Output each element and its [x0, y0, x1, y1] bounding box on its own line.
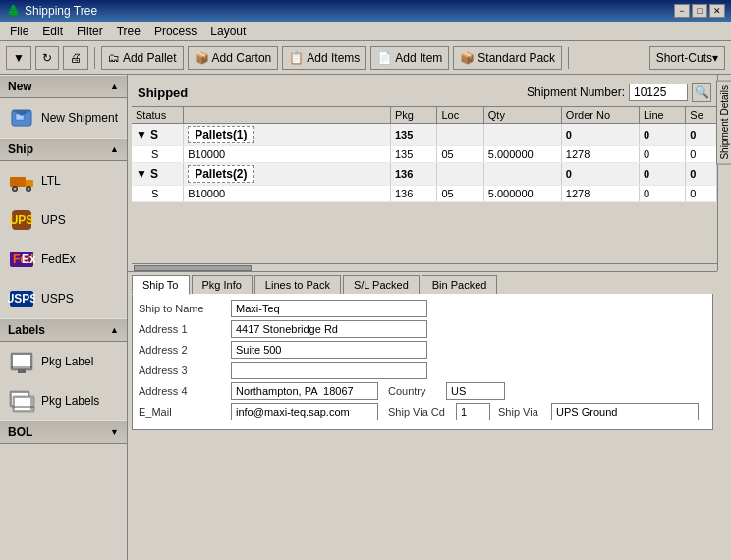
cell-line: 0 [639, 186, 685, 202]
pallet-label: Pallets(2) [188, 165, 253, 183]
address1-input[interactable] [231, 320, 427, 338]
tabs-row: Ship To Pkg Info Lines to Pack S/L Packe… [128, 271, 717, 294]
sidebar-section-new-chevron: ▲ [110, 82, 119, 91]
cell-line: 0 [639, 124, 685, 146]
menu-filter[interactable]: Filter [71, 23, 109, 40]
add-pallet-button[interactable]: 🗂 Add Pallet [101, 46, 184, 70]
add-item-label: Add Item [395, 51, 442, 65]
shipment-search-button[interactable]: 🔍 [692, 83, 711, 102]
horizontal-scrollbar[interactable] [132, 263, 717, 271]
ship-via-input[interactable] [551, 403, 699, 420]
carton-icon: 📦 [195, 51, 209, 65]
sidebar-section-bol[interactable]: BOL ▼ [0, 420, 127, 444]
shipment-header: Shipped Shipment Number: 🔍 [132, 79, 717, 107]
sidebar-section-new[interactable]: New ▲ [0, 75, 127, 98]
print-button[interactable]: 🖨 [63, 46, 88, 70]
fedex-icon: Fed Ex [8, 246, 35, 273]
cell-pkg-label: Pallets(1) [184, 124, 391, 146]
address2-input[interactable] [231, 341, 427, 359]
shipment-table: Status Pkg Loc Qty Order No Line Se [132, 107, 717, 202]
cell-pkg-num: 136 [390, 186, 436, 202]
sidebar-item-pkg-label[interactable]: Pkg Label [0, 342, 127, 381]
side-detail-tab[interactable]: Shipment Details [716, 81, 731, 165]
col-status: Status [132, 107, 184, 124]
menu-edit[interactable]: Edit [36, 23, 69, 40]
sidebar-section-labels[interactable]: Labels ▲ [0, 318, 127, 342]
add-item-button[interactable]: 📄 Add Item [370, 46, 449, 70]
col-loc: Loc [437, 107, 483, 124]
sidebar-item-fedex[interactable]: Fed Ex FedEx [0, 240, 127, 279]
cell-pkg-label: B10000 [184, 146, 391, 163]
address4-label: Address 4 [139, 385, 227, 397]
menu-process[interactable]: Process [148, 23, 202, 40]
sidebar-item-pkg-labels[interactable]: Pkg Labels [0, 381, 127, 420]
cell-status: S [132, 186, 184, 202]
sidebar-item-ups[interactable]: UPS UPS [0, 200, 127, 240]
tab-bin-packed[interactable]: Bin Packed [422, 275, 498, 294]
cell-se: 0 [686, 163, 717, 186]
ltl-label: LTL [41, 174, 61, 188]
refresh-button[interactable]: ↻ [35, 46, 59, 70]
tab-pkg-info[interactable]: Pkg Info [192, 275, 253, 294]
shortcut-button[interactable]: Short-Cuts▾ [649, 46, 725, 70]
sidebar-item-usps[interactable]: USPS USPS [0, 279, 127, 318]
email-label: E_Mail [139, 406, 227, 418]
cell-status: ▼ S [132, 163, 184, 186]
menu-file[interactable]: File [4, 23, 34, 40]
menu-tree[interactable]: Tree [111, 23, 146, 40]
close-button[interactable]: ✕ [709, 4, 725, 18]
shipment-number-input[interactable] [629, 84, 688, 101]
cell-qty: 5.000000 [483, 186, 561, 202]
new-shipment-label: New Shipment [41, 111, 118, 125]
sidebar-item-ltl[interactable]: LTL [0, 161, 127, 200]
tab-ship-to[interactable]: Ship To [132, 275, 190, 295]
toolbar: ▼ ↻ 🖨 🗂 Add Pallet 📦 Add Carton 📋 Add It… [0, 41, 731, 75]
sidebar-item-new-shipment[interactable]: New Shipment [0, 98, 127, 138]
add-pallet-label: Add Pallet [123, 51, 177, 65]
standard-pack-button[interactable]: 📦 Standard Pack [453, 46, 562, 70]
table-row[interactable]: S B10000 136 05 5.000000 1278 0 0 [132, 186, 717, 202]
cell-order-no: 1278 [561, 146, 639, 163]
form-row-ship-to-name: Ship to Name [139, 300, 706, 317]
sidebar-section-labels-label: Labels [8, 323, 45, 337]
ups-label: UPS [41, 213, 66, 227]
filter-button[interactable]: ▼ [6, 46, 31, 70]
cell-se: 0 [686, 186, 717, 202]
address3-input[interactable] [231, 362, 427, 379]
table-row[interactable]: S B10000 135 05 5.000000 1278 0 0 [132, 146, 717, 163]
col-pkg: Pkg [390, 107, 436, 124]
cell-order-no: 0 [561, 163, 639, 186]
cell-pkg-label: B10000 [184, 186, 391, 202]
sidebar-section-ship-label: Ship [8, 142, 33, 156]
add-carton-label: Add Carton [212, 51, 272, 65]
tab-lines-to-pack[interactable]: Lines to Pack [254, 275, 341, 294]
col-order-no: Order No [561, 107, 639, 124]
col-pkg-name [184, 107, 391, 124]
add-items-button[interactable]: 📋 Add Items [282, 46, 366, 70]
restore-button[interactable]: □ [692, 4, 707, 18]
pkg-label-icon [8, 348, 35, 375]
address4-input[interactable] [231, 382, 378, 400]
menu-layout[interactable]: Layout [204, 23, 252, 40]
cell-loc: 05 [437, 186, 483, 202]
ship-to-name-input[interactable] [231, 300, 427, 317]
minimize-button[interactable]: − [674, 4, 690, 18]
cell-order-no: 1278 [561, 186, 639, 202]
svg-rect-4 [26, 180, 33, 187]
ship-via-cd-input[interactable] [456, 403, 490, 420]
sidebar-section-bol-label: BOL [8, 425, 32, 439]
ship-to-form: Ship to Name Address 1 Address 2 Address… [132, 294, 713, 430]
table-row[interactable]: ▼ S Pallets(1) 135 0 0 [132, 124, 717, 146]
country-input[interactable] [446, 382, 505, 400]
svg-text:Ex: Ex [22, 252, 35, 266]
sidebar-section-ship[interactable]: Ship ▲ [0, 138, 127, 161]
cell-s: S [150, 167, 158, 181]
ship-via-label: Ship Via [498, 406, 547, 418]
add-carton-button[interactable]: 📦 Add Carton [188, 46, 279, 70]
table-row[interactable]: ▼ S Pallets(2) 136 0 0 [132, 163, 717, 186]
cell-pkg-num: 135 [390, 124, 436, 146]
tab-sl-packed[interactable]: S/L Packed [343, 275, 420, 294]
email-input[interactable] [231, 403, 378, 420]
shipment-table-container[interactable]: Status Pkg Loc Qty Order No Line Se [132, 107, 717, 263]
form-row-email: E_Mail Ship Via Cd Ship Via [139, 403, 706, 420]
